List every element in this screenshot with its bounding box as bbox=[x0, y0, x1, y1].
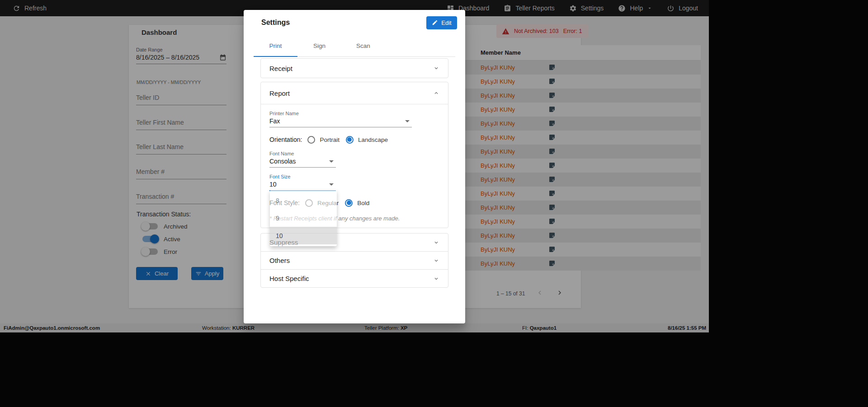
font-size-option[interactable]: 9 bbox=[270, 209, 337, 227]
expand-more-icon bbox=[433, 276, 439, 282]
settings-tabs: Print Sign Scan bbox=[254, 35, 455, 57]
tab-scan[interactable]: Scan bbox=[341, 35, 385, 56]
printer-name-select[interactable]: Printer Name Fax bbox=[269, 111, 412, 127]
dialog-title: Settings bbox=[261, 19, 290, 27]
screen: Refresh Dashboard Teller Reports bbox=[0, 0, 868, 407]
accordion-host-specific[interactable]: Host Specific bbox=[260, 269, 448, 288]
expand-more-icon bbox=[433, 257, 439, 264]
settings-dialog: Settings Edit Print Sign Scan Receipt bbox=[244, 10, 465, 323]
font-name-select[interactable]: Font Name Consolas bbox=[269, 151, 336, 168]
tab-sign[interactable]: Sign bbox=[297, 35, 341, 56]
font-size-option[interactable]: 8 bbox=[270, 192, 337, 209]
font-size-option[interactable]: 10 bbox=[270, 227, 337, 244]
dropdown-caret-icon bbox=[329, 160, 334, 163]
bold-label: Bold bbox=[357, 200, 369, 206]
accordion-receipt[interactable]: Receipt bbox=[260, 58, 448, 78]
expand-more-icon bbox=[433, 239, 439, 246]
dialog-header: Settings Edit bbox=[244, 10, 465, 35]
orientation-label: Orientation: bbox=[269, 136, 302, 143]
app-window: Refresh Dashboard Teller Reports bbox=[0, 0, 709, 332]
dropdown-caret-icon bbox=[329, 183, 334, 186]
expand-more-icon bbox=[433, 65, 439, 71]
portrait-label: Portrait bbox=[320, 136, 340, 143]
accordion-others[interactable]: Others bbox=[260, 251, 448, 270]
bold-radio[interactable] bbox=[345, 199, 353, 207]
settings-body: Receipt Report Printer bbox=[244, 57, 465, 288]
landscape-radio[interactable] bbox=[346, 136, 354, 144]
accordion-report-summary[interactable]: Report bbox=[261, 82, 448, 104]
tab-print[interactable]: Print bbox=[254, 35, 297, 56]
edit-button[interactable]: Edit bbox=[426, 16, 457, 29]
font-size-menu: 8 9 10 bbox=[270, 190, 337, 246]
expand-less-icon bbox=[433, 90, 439, 96]
font-size-select[interactable]: Font Size 10 bbox=[269, 174, 336, 191]
orientation-row: Orientation: Portrait Landscape bbox=[269, 135, 394, 144]
portrait-radio[interactable] bbox=[307, 136, 315, 144]
dropdown-caret-icon bbox=[405, 120, 410, 122]
pencil-icon bbox=[432, 19, 438, 26]
landscape-label: Landscape bbox=[358, 136, 388, 143]
